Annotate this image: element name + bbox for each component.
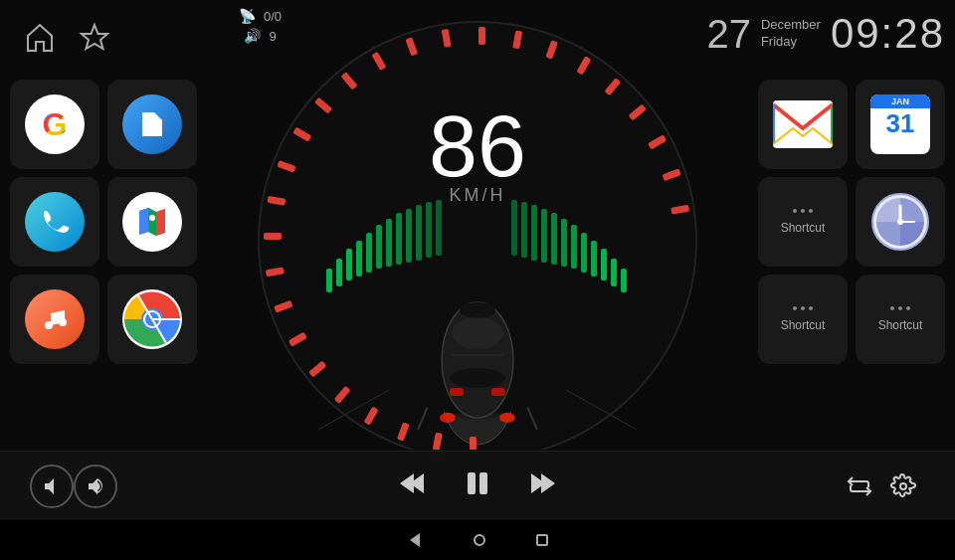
app-clock[interactable] (856, 177, 945, 267)
svg-rect-114 (773, 100, 833, 148)
app-music[interactable] (10, 275, 99, 364)
app-maps[interactable] (107, 177, 197, 267)
svg-rect-103 (611, 259, 617, 286)
svg-rect-104 (621, 269, 627, 292)
shortcut-label-2: Shortcut (781, 318, 826, 332)
shortcut-1[interactable]: Shortcut (758, 177, 848, 267)
settings-button[interactable] (881, 465, 925, 508)
calendar-icon: JAN 31 (870, 94, 930, 154)
svg-marker-4 (156, 209, 165, 236)
svg-rect-91 (426, 202, 432, 258)
prev-button[interactable] (392, 462, 436, 511)
svg-text:KM/H: KM/H (450, 185, 506, 205)
app-calendar[interactable]: JAN 31 (856, 80, 945, 169)
home-nav-button[interactable] (474, 534, 485, 546)
app-google[interactable]: G (10, 80, 99, 169)
svg-rect-96 (541, 209, 547, 263)
svg-rect-83 (346, 249, 352, 280)
svg-rect-61 (264, 233, 282, 240)
app-chrome[interactable] (107, 275, 197, 364)
files-icon (122, 94, 182, 154)
next-button[interactable] (519, 462, 563, 511)
svg-rect-89 (406, 209, 412, 263)
favorites-button[interactable] (70, 13, 119, 63)
music-icon (25, 289, 85, 349)
maps-icon (122, 192, 182, 252)
repeat-button[interactable] (838, 465, 881, 508)
home-button[interactable] (15, 13, 65, 63)
svg-rect-131 (537, 535, 547, 545)
svg-rect-84 (356, 241, 362, 277)
svg-point-128 (900, 483, 906, 489)
shortcut-3[interactable]: Shortcut (856, 275, 945, 364)
svg-marker-3 (139, 208, 148, 235)
pause-button[interactable] (456, 462, 499, 511)
svg-rect-92 (436, 200, 442, 256)
svg-rect-88 (396, 213, 402, 265)
svg-rect-101 (591, 241, 597, 277)
player-bar (0, 451, 955, 520)
svg-rect-95 (531, 205, 537, 261)
top-bar (0, 0, 955, 75)
svg-rect-110 (450, 388, 464, 396)
calendar-header: JAN (870, 94, 930, 108)
svg-rect-82 (336, 259, 342, 286)
svg-rect-85 (366, 233, 372, 273)
svg-point-109 (450, 368, 505, 388)
volume-up-button[interactable] (74, 465, 117, 508)
svg-rect-93 (511, 200, 517, 256)
app-grid: G (10, 80, 197, 364)
svg-rect-94 (521, 202, 527, 258)
svg-marker-0 (82, 25, 107, 49)
calendar-day: 31 (886, 108, 915, 139)
svg-marker-127 (541, 473, 555, 493)
back-button[interactable] (406, 531, 424, 549)
shortcut-label-1: Shortcut (781, 221, 826, 235)
volume-down-button[interactable] (30, 465, 74, 508)
svg-point-5 (149, 215, 155, 221)
svg-rect-86 (376, 225, 382, 269)
nav-bar (0, 520, 955, 560)
svg-point-7 (59, 318, 67, 326)
svg-rect-111 (491, 388, 505, 396)
shortcut-dots-1 (793, 209, 813, 213)
app-files[interactable] (107, 80, 197, 169)
shortcut-2[interactable]: Shortcut (758, 275, 848, 364)
chrome-icon (122, 289, 182, 349)
svg-rect-52 (470, 437, 477, 450)
svg-rect-81 (326, 269, 332, 292)
app-gmail[interactable] (758, 80, 848, 169)
svg-rect-124 (468, 472, 476, 494)
svg-point-50 (499, 413, 515, 423)
svg-point-6 (45, 321, 53, 329)
svg-rect-102 (601, 249, 607, 280)
app-phone[interactable] (10, 177, 99, 267)
svg-rect-90 (416, 205, 422, 261)
gmail-icon (773, 100, 833, 148)
shortcut-grid: JAN 31 Shortcut (758, 80, 945, 364)
svg-rect-100 (581, 233, 587, 273)
google-icon: G (43, 106, 68, 143)
clock-icon (870, 192, 930, 252)
shortcut-dots-3 (890, 306, 910, 310)
svg-point-108 (452, 317, 503, 349)
svg-rect-125 (479, 472, 487, 494)
recent-button[interactable] (535, 533, 549, 547)
svg-rect-97 (551, 213, 557, 265)
shortcut-dots-2 (793, 306, 813, 310)
svg-point-49 (440, 413, 456, 423)
svg-marker-129 (410, 533, 420, 547)
svg-marker-2 (148, 208, 156, 236)
svg-point-130 (475, 535, 484, 545)
svg-marker-123 (400, 473, 414, 493)
phone-icon (25, 192, 85, 252)
svg-text:86: 86 (429, 96, 526, 195)
svg-rect-98 (561, 219, 567, 267)
shortcut-label-3: Shortcut (878, 318, 923, 332)
svg-point-112 (460, 302, 495, 318)
svg-rect-99 (571, 225, 577, 269)
svg-rect-87 (386, 219, 392, 267)
